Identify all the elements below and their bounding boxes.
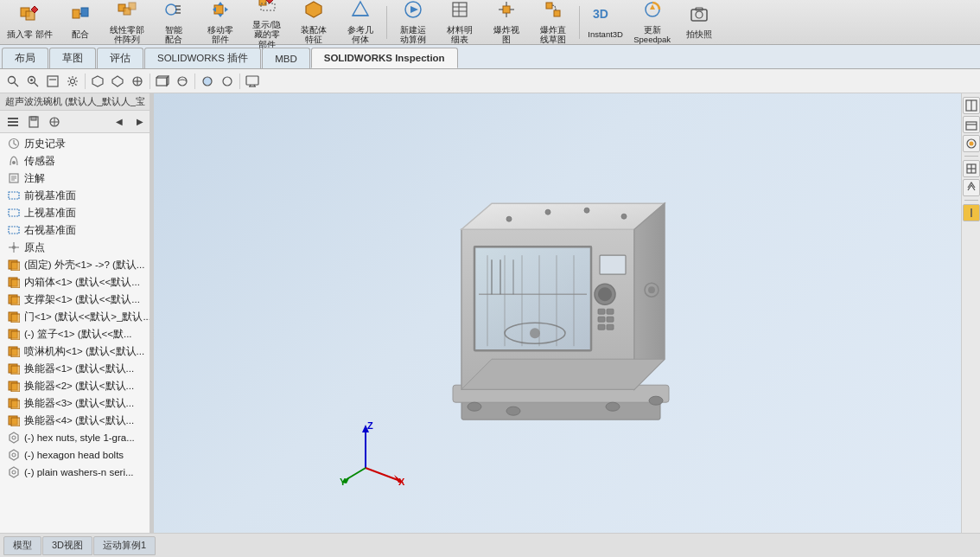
- plane-icon-btn[interactable]: [108, 72, 127, 91]
- shader2-icon-btn[interactable]: [218, 72, 237, 91]
- part-icon-btn[interactable]: [88, 72, 107, 91]
- tree-item-origin[interactable]: 原点: [0, 239, 153, 256]
- tree-item-hex-nuts[interactable]: (-) hex nuts, style 1-gra...: [0, 429, 153, 446]
- svg-marker-21: [306, 2, 321, 17]
- svg-marker-14: [218, 2, 223, 5]
- svg-rect-84: [9, 227, 19, 234]
- svg-rect-134: [600, 255, 626, 274]
- monitor-icon-btn[interactable]: [243, 72, 262, 91]
- right-btn-5[interactable]: [963, 179, 980, 196]
- panel-icon-origin[interactable]: [45, 113, 64, 131]
- panel-icon-arrow-right[interactable]: ▶: [130, 113, 150, 131]
- svg-rect-3: [73, 10, 80, 18]
- instant3d-button[interactable]: 3D Instant3D: [583, 3, 628, 42]
- tree-item-hex-bolts[interactable]: (-) hexagon head bolts: [0, 446, 153, 464]
- tree-item-connector1[interactable]: 换能器<1> (默认<默认...: [0, 360, 153, 377]
- tree-item-basket-label: (-) 篮子<1> (默认<<默...: [24, 328, 132, 341]
- svg-rect-56: [156, 78, 167, 86]
- svg-marker-108: [10, 432, 18, 443]
- tab-sw-plugins[interactable]: SOLIDWORKS 插件: [144, 48, 261, 68]
- display-icon-btn[interactable]: [173, 72, 192, 91]
- status-tab-model[interactable]: 模型: [3, 536, 41, 555]
- explode-line-button[interactable]: 爆炸直线草图: [531, 3, 576, 42]
- tree-item-connector4[interactable]: 换能器<4> (默认<默认...: [0, 412, 153, 429]
- tab-sketch[interactable]: 草图: [49, 48, 96, 68]
- tree-item-notes[interactable]: 注解: [0, 170, 153, 187]
- svg-rect-70: [8, 125, 18, 126]
- speedpak-button[interactable]: 更新Speedpak: [630, 3, 675, 42]
- status-tab-3d-view[interactable]: 3D视图: [42, 536, 92, 555]
- viewport[interactable]: Z X Y: [154, 93, 961, 533]
- support-icon: [7, 293, 21, 305]
- panel-icon-arrow-left[interactable]: ◀: [110, 113, 129, 131]
- tree-item-shell[interactable]: (固定) 外壳<1> ->? (默认...: [0, 256, 153, 273]
- right-btn-6[interactable]: [963, 204, 980, 221]
- tree-item-front-plane[interactable]: 前视基准面: [0, 187, 153, 204]
- move-part-button[interactable]: 移动零部件: [198, 3, 243, 42]
- tree-item-connector3[interactable]: 换能器<3> (默认<默认...: [0, 394, 153, 412]
- panel-resize-handle[interactable]: [150, 93, 153, 533]
- tree-item-history[interactable]: 历史记录: [0, 135, 153, 152]
- new-motion-button[interactable]: 新建运动算例: [391, 3, 436, 42]
- fit-button[interactable]: 配合: [58, 3, 103, 42]
- ref-geo-button[interactable]: 参考几何体: [338, 3, 383, 42]
- tree-item-connector2[interactable]: 换能器<2> (默认<默认...: [0, 377, 153, 394]
- right-btn-4[interactable]: [963, 160, 980, 177]
- svg-rect-97: [11, 331, 20, 340]
- smart-fit-button[interactable]: 智能配合: [151, 3, 196, 42]
- panel-icons: ◀ ▶: [0, 111, 153, 133]
- svg-rect-1: [26, 11, 35, 20]
- show-hide-button[interactable]: 显示/隐藏的零部件: [245, 3, 290, 42]
- tab-mbd[interactable]: MBD: [262, 48, 310, 68]
- ref-geo-icon: [351, 0, 370, 23]
- svg-point-145: [506, 216, 512, 221]
- line-parts-button[interactable]: 线性零部件阵列: [105, 3, 150, 42]
- tree-item-support[interactable]: 支撑架<1> (默认<<默认...: [0, 291, 153, 308]
- cross-icon-btn[interactable]: [128, 72, 147, 91]
- search-icon-btn[interactable]: [3, 72, 22, 91]
- tree-item-door[interactable]: 门<1> (默认<<默认>_默认...: [0, 308, 153, 325]
- status-tab-motion[interactable]: 运动算例1: [93, 536, 156, 555]
- bom-icon: [450, 0, 469, 23]
- svg-rect-140: [607, 317, 614, 322]
- settings-icon-btn[interactable]: [63, 72, 82, 91]
- filter-icon-btn[interactable]: [43, 72, 62, 91]
- svg-text:Y: Y: [340, 477, 347, 487]
- assemble-body-button[interactable]: 装配体特征: [291, 3, 336, 42]
- tab-layout[interactable]: 布局: [2, 48, 48, 68]
- tree-item-right-plane[interactable]: 右视基准面: [0, 221, 153, 239]
- bom-button[interactable]: 材料明细表: [437, 3, 482, 42]
- tree-item-top-plane[interactable]: 上视基准面: [0, 204, 153, 221]
- svg-rect-8: [129, 3, 136, 10]
- box-icon-btn[interactable]: [153, 72, 172, 91]
- assemble-body-icon: [304, 0, 323, 23]
- insert-part-button[interactable]: 插入零 部件: [3, 3, 56, 42]
- tree-item-spray[interactable]: 喷淋机构<1> (默认<默认...: [0, 343, 153, 360]
- svg-point-111: [12, 453, 16, 457]
- insert-part-icon: [19, 4, 40, 28]
- line-parts-label: 线性零部件阵列: [110, 25, 144, 45]
- svg-point-167: [969, 142, 973, 146]
- tree-item-inner-box[interactable]: 内箱体<1> (默认<<默认...: [0, 273, 153, 291]
- search2-icon-btn[interactable]: [23, 72, 42, 91]
- svg-rect-26: [453, 3, 467, 16]
- right-btn-3[interactable]: [963, 135, 980, 152]
- tree-item-basket[interactable]: (-) 篮子<1> (默认<<默...: [0, 325, 153, 343]
- svg-point-144: [648, 286, 655, 293]
- snapshot-button[interactable]: 拍快照: [677, 3, 722, 42]
- svg-rect-30: [503, 6, 510, 13]
- spray-icon: [7, 345, 21, 357]
- right-btn-1[interactable]: [963, 97, 980, 114]
- speedpak-label: 更新Speedpak: [633, 25, 671, 45]
- tab-sw-inspection[interactable]: SOLIDWORKS Inspection: [311, 48, 458, 68]
- tree-item-sensors[interactable]: 传感器: [0, 152, 153, 170]
- tree-item-sensors-label: 传感器: [24, 155, 55, 168]
- panel-icon-list[interactable]: [3, 113, 22, 131]
- panel-icon-save[interactable]: [24, 113, 43, 131]
- status-bar: 模型 3D视图 运动算例1: [0, 533, 980, 557]
- shader1-icon-btn[interactable]: [198, 72, 217, 91]
- right-btn-2[interactable]: [963, 116, 980, 133]
- explode-button[interactable]: 爆炸视图: [484, 3, 529, 42]
- tab-evaluate[interactable]: 评估: [97, 48, 143, 68]
- tree-item-washers[interactable]: (-) plain washers-n seri...: [0, 464, 153, 481]
